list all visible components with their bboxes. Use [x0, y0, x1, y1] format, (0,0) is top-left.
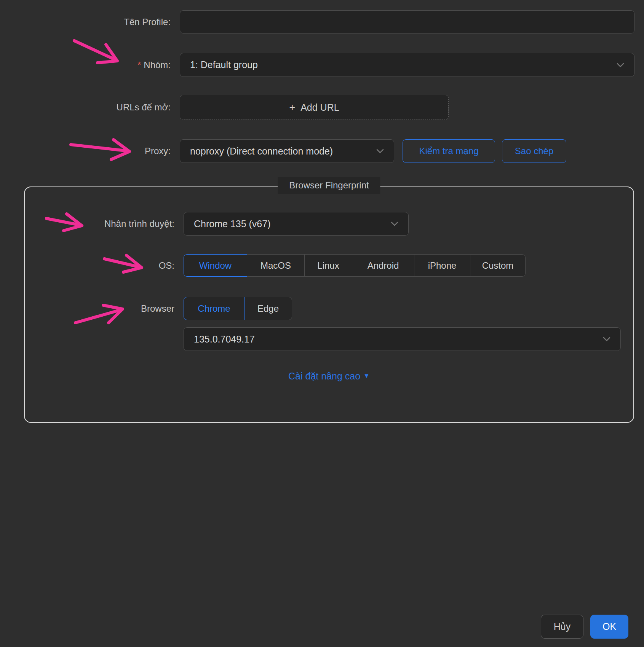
- profile-name-label: Tên Profile:: [0, 10, 171, 33]
- version-row: 135.0.7049.17: [0, 327, 644, 351]
- urls-label: URLs để mở:: [0, 95, 171, 120]
- required-asterisk: *: [137, 60, 141, 70]
- proxy-label: Proxy:: [0, 139, 171, 163]
- proxy-row: Proxy: noproxy (Direct connection mode) …: [0, 139, 644, 163]
- profile-name-input[interactable]: [190, 16, 624, 28]
- chevron-down-icon: [603, 337, 610, 341]
- os-option-android[interactable]: Android: [352, 254, 414, 277]
- add-url-label: Add URL: [300, 102, 339, 113]
- group-row: * Nhóm: 1: Default group: [0, 53, 644, 77]
- os-option-window[interactable]: Window: [184, 254, 247, 277]
- plus-icon: +: [289, 102, 295, 113]
- os-row: OS: Window MacOS Linux Android iPhone Cu…: [0, 254, 644, 277]
- os-option-custom[interactable]: Custom: [470, 254, 526, 277]
- add-url-button[interactable]: + Add URL: [180, 95, 449, 120]
- kernel-select[interactable]: Chrome 135 (v67): [184, 212, 409, 236]
- ok-button[interactable]: OK: [590, 615, 628, 639]
- os-option-macos[interactable]: MacOS: [247, 254, 305, 277]
- urls-row: URLs để mở: + Add URL: [0, 95, 644, 120]
- os-option-iphone[interactable]: iPhone: [414, 254, 470, 277]
- advanced-settings-link[interactable]: Cài đặt nâng cao ▼: [288, 371, 370, 382]
- caret-down-icon: ▼: [363, 372, 370, 380]
- copy-proxy-button[interactable]: Sao chép: [502, 139, 566, 163]
- chevron-down-icon: [391, 222, 398, 226]
- browser-version-value: 135.0.7049.17: [194, 334, 255, 345]
- group-select[interactable]: 1: Default group: [180, 53, 634, 77]
- profile-name-field[interactable]: [180, 10, 634, 33]
- browser-option-edge[interactable]: Edge: [244, 297, 292, 320]
- cancel-button[interactable]: Hủy: [541, 615, 583, 639]
- browser-row: Browser Chrome Edge: [0, 297, 644, 320]
- advanced-settings-row: Cài đặt nâng cao ▼: [24, 368, 634, 384]
- os-option-linux[interactable]: Linux: [304, 254, 352, 277]
- chevron-down-icon: [376, 149, 384, 153]
- browser-fingerprint-legend: Browser Fingerprint: [278, 177, 380, 194]
- profile-name-row: Tên Profile:: [0, 10, 644, 33]
- kernel-label: Nhân trình duyệt:: [0, 212, 174, 236]
- browser-option-chrome[interactable]: Chrome: [184, 297, 244, 320]
- browser-version-select[interactable]: 135.0.7049.17: [184, 327, 621, 351]
- group-select-value: 1: Default group: [190, 59, 258, 70]
- kernel-select-value: Chrome 135 (v67): [194, 218, 270, 229]
- check-network-button[interactable]: Kiểm tra mạng: [403, 139, 495, 163]
- chevron-down-icon: [617, 63, 624, 67]
- kernel-row: Nhân trình duyệt: Chrome 135 (v67): [0, 212, 644, 236]
- proxy-select-value: noproxy (Direct connection mode): [190, 146, 333, 157]
- browser-label: Browser: [0, 297, 174, 320]
- proxy-select[interactable]: noproxy (Direct connection mode): [180, 139, 394, 163]
- os-label: OS:: [0, 254, 174, 277]
- group-label: * Nhóm:: [0, 53, 171, 77]
